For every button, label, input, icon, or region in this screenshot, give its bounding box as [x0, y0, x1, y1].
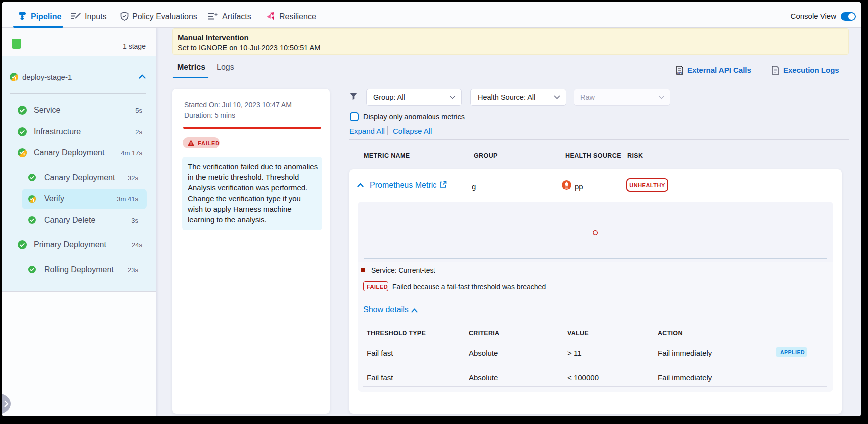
svg-text:API: API — [677, 72, 682, 74]
